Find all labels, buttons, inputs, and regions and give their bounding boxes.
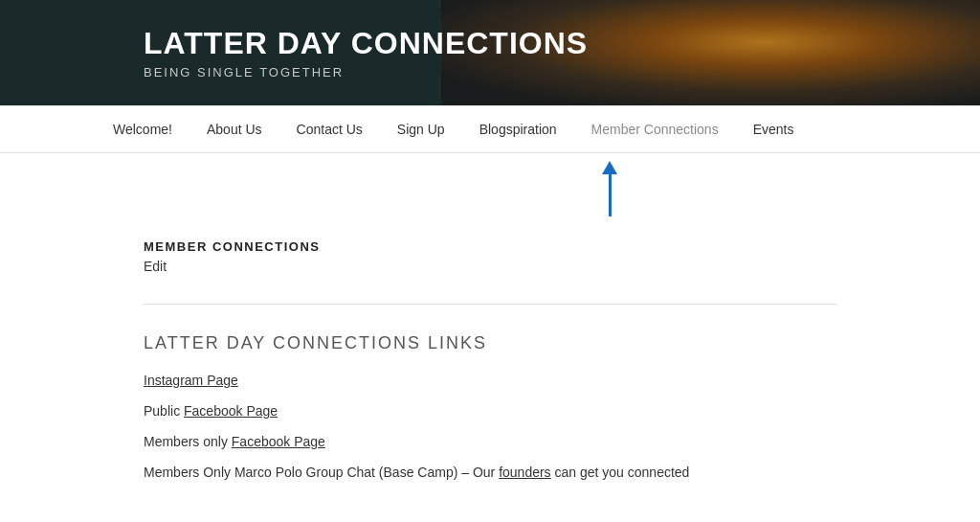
instagram-page-link[interactable]: Instagram Page (144, 373, 238, 388)
list-item: Instagram Page (144, 373, 836, 388)
main-nav: Welcome! About Us Contact Us Sign Up Blo… (0, 105, 980, 153)
arrow-indicator (602, 161, 617, 216)
section-divider (144, 304, 836, 305)
arrow-shaft (609, 174, 612, 216)
member-connections-section: MEMBER CONNECTIONS Edit (144, 239, 836, 275)
arrow-indicator-container (0, 153, 980, 211)
list-item: Public Facebook Page (144, 403, 836, 419)
site-tagline: BEING SINGLE TOGETHER (144, 65, 588, 79)
nav-item-about[interactable]: About Us (189, 106, 279, 152)
section-title: MEMBER CONNECTIONS (144, 239, 836, 254)
links-section: LATTER DAY CONNECTIONS LINKS Instagram P… (144, 333, 836, 480)
arrow-head-icon (602, 161, 617, 174)
nav-item-welcome[interactable]: Welcome! (96, 106, 189, 152)
nav-link-events[interactable]: Events (736, 106, 812, 152)
nav-link-contact[interactable]: Contact Us (279, 106, 380, 152)
links-section-title: LATTER DAY CONNECTIONS LINKS (144, 333, 836, 353)
site-title: LATTER DAY CONNECTIONS (144, 26, 588, 61)
members-facebook-link[interactable]: Facebook Page (232, 434, 325, 449)
nav-link-welcome[interactable]: Welcome! (96, 106, 189, 152)
nav-link-blogspiration[interactable]: Blogspiration (462, 106, 574, 152)
main-content: MEMBER CONNECTIONS Edit LATTER DAY CONNE… (0, 211, 980, 522)
list-item: Members only Facebook Page (144, 434, 836, 449)
list-item: Members Only Marco Polo Group Chat (Base… (144, 465, 836, 480)
nav-link-about[interactable]: About Us (189, 106, 279, 152)
nav-link-member-connections[interactable]: Member Connections (574, 106, 736, 152)
nav-list: Welcome! About Us Contact Us Sign Up Blo… (96, 106, 884, 152)
links-list: Instagram Page Public Facebook Page Memb… (144, 373, 836, 480)
header-text-block: LATTER DAY CONNECTIONS BEING SINGLE TOGE… (144, 26, 588, 79)
site-header: LATTER DAY CONNECTIONS BEING SINGLE TOGE… (0, 0, 980, 105)
public-facebook-link[interactable]: Facebook Page (184, 403, 278, 419)
nav-item-signup[interactable]: Sign Up (380, 106, 462, 152)
nav-item-contact[interactable]: Contact Us (279, 106, 380, 152)
nav-item-blogspiration[interactable]: Blogspiration (462, 106, 574, 152)
founders-link[interactable]: founders (499, 465, 550, 480)
nav-item-events[interactable]: Events (736, 106, 812, 152)
edit-link[interactable]: Edit (144, 259, 167, 274)
nav-link-signup[interactable]: Sign Up (380, 106, 462, 152)
nav-item-member-connections[interactable]: Member Connections (574, 106, 736, 152)
